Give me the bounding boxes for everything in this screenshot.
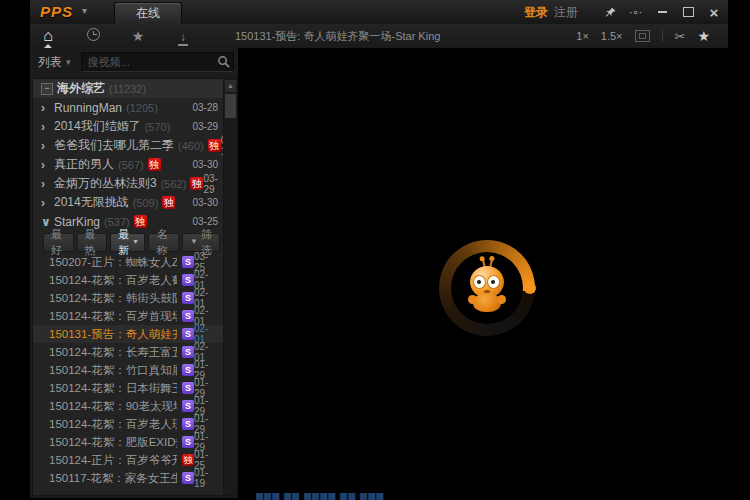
list-dropdown-label: 列表	[38, 54, 62, 71]
category-count: (570)	[145, 121, 171, 133]
loading-spinner	[439, 240, 535, 336]
title-bar: PPS ▾ 在线 登录 注册 ·▫· ×	[30, 0, 728, 25]
category-count: (1205)	[126, 102, 158, 114]
s-badge: S	[182, 274, 194, 286]
tab-online[interactable]: 在线	[114, 2, 182, 25]
category-count: (11232)	[109, 83, 146, 95]
mini-screen-icon[interactable]	[635, 30, 650, 42]
chevron-right-icon: ›	[41, 196, 54, 210]
s-badge: S	[182, 364, 194, 376]
sidebar-scrollbar[interactable]: ▲	[223, 79, 237, 495]
category-date: 03-29	[192, 121, 218, 132]
download-icon[interactable]: ↓	[173, 28, 193, 44]
close-icon[interactable]: ×	[704, 3, 724, 21]
category-count: (562)	[161, 178, 187, 190]
category-name: 爸爸我们去哪儿第二季	[54, 137, 174, 154]
s-badge: S	[182, 256, 194, 268]
search-input[interactable]	[81, 52, 234, 72]
category-row[interactable]: › 2014我们结婚了 (570) 03-29	[33, 117, 224, 136]
channel-panel: − 海外综艺 (11232) › RunningMan (1205) 03-28…	[32, 78, 238, 496]
tab-sort-best[interactable]: 最好	[43, 233, 74, 252]
login-link[interactable]: 登录	[524, 4, 548, 21]
pin-icon[interactable]	[600, 3, 620, 21]
category-row[interactable]: › RunningMan (1205) 03-28	[33, 98, 224, 117]
category-row[interactable]: › 金炳万的丛林法则3 (562) 独 03-29	[33, 174, 224, 193]
tab-sort-name[interactable]: 名称	[148, 233, 179, 252]
funnel-icon: ▼	[190, 234, 198, 250]
toolbar-divider	[662, 30, 663, 42]
chevron-right-icon: ›	[41, 158, 54, 172]
pps-logo[interactable]: PPS	[40, 3, 73, 20]
tab-filter[interactable]: ▼筛选	[182, 233, 220, 252]
category-name: 真正的男人	[54, 156, 114, 173]
register-link[interactable]: 注册	[554, 4, 578, 21]
s-badge: S	[182, 382, 194, 394]
chevron-right-icon: ›	[41, 139, 54, 153]
sidebar-header: 列表 ▾	[30, 48, 238, 76]
app-window: PPS ▾ 在线 登录 注册 ·▫· × ⌂ ★ ↓ 150131-预告: 奇人…	[0, 0, 750, 500]
exclusive-badge: 独	[190, 177, 203, 190]
exclusive-badge: 独	[148, 158, 161, 171]
collect-star-icon[interactable]: ★	[697, 28, 710, 44]
scrollbar-thumb[interactable]	[225, 94, 236, 118]
tab-online-label: 在线	[136, 6, 160, 20]
s-badge: S	[182, 346, 194, 358]
snapshot-scissors-icon[interactable]: ✂	[675, 29, 686, 44]
category-name: 金炳万的丛林法则3	[54, 175, 157, 192]
category-count: (509)	[133, 197, 159, 209]
collapse-icon[interactable]: −	[41, 83, 53, 95]
category-name: RunningMan	[54, 101, 122, 115]
video-area[interactable]: ███ ██ ████ ██ ███	[238, 48, 750, 500]
category-group-row[interactable]: − 海外综艺 (11232)	[33, 79, 224, 98]
category-date: 03-28	[192, 102, 218, 113]
sidebar: 列表 ▾ − 海外综艺 (11232) › Runni	[30, 48, 238, 498]
category-date: 03-30	[192, 159, 218, 170]
category-date: 03-29	[203, 173, 218, 195]
favorites-icon[interactable]: ★	[128, 28, 148, 44]
minimize-icon[interactable]	[652, 3, 672, 21]
search-box	[81, 52, 234, 72]
speed-1-5x-button[interactable]: 1.5×	[601, 30, 623, 42]
chevron-right-icon: ›	[41, 120, 54, 134]
maximize-icon[interactable]	[678, 3, 698, 21]
category-count: (567)	[118, 159, 144, 171]
tab-sort-newest[interactable]: 最新▾	[110, 233, 145, 252]
search-icon[interactable]	[217, 55, 230, 68]
list-dropdown[interactable]: 列表 ▾	[38, 54, 71, 71]
s-badge: S	[182, 436, 194, 448]
home-icon[interactable]: ⌂	[38, 27, 58, 45]
spinner-cap	[524, 282, 536, 294]
category-row[interactable]: › 真正的男人 (567) 独 03-30	[33, 155, 224, 174]
cutoff-text: ███ ██ ████ ██ ███	[256, 493, 384, 500]
exclusive-badge: 独	[208, 139, 221, 152]
s-badge: S	[182, 310, 194, 322]
category-name: 2014无限挑战	[54, 194, 129, 211]
exclusive-badge: 独	[182, 454, 194, 466]
category-count: (460)	[178, 140, 204, 152]
chevron-right-icon: ›	[41, 101, 54, 115]
caret-down-icon: ▾	[133, 234, 137, 250]
now-playing-title: 150131-预告: 奇人萌娃齐聚一场-Star King	[235, 29, 440, 44]
category-row[interactable]: › 2014无限挑战 (509) 独 03-30	[33, 193, 224, 212]
toolbar: ⌂ ★ ↓ 150131-预告: 奇人萌娃齐聚一场-Star King 1× 1…	[30, 24, 728, 49]
logo-menu-caret-icon[interactable]: ▾	[82, 5, 87, 16]
history-icon[interactable]	[83, 28, 103, 44]
episode-row[interactable]: 150117-花絮：家务女王生活妙... S 01-19	[33, 469, 224, 487]
exclusive-badge: 独	[162, 196, 175, 209]
tab-sort-hottest[interactable]: 最热	[77, 233, 108, 252]
s-badge: S	[182, 292, 194, 304]
scroll-up-icon[interactable]: ▲	[225, 80, 236, 92]
category-name: 海外综艺	[57, 80, 105, 97]
pin-icon-glyph	[604, 6, 617, 19]
category-name: 2014我们结婚了	[54, 118, 141, 135]
pps-mascot-icon	[465, 260, 509, 316]
category-row[interactable]: › 爸爸我们去哪儿第二季 (460) 独 01-19	[33, 136, 224, 155]
sort-tabs: 最好 最热 最新▾ 名称 ▼筛选	[33, 231, 224, 253]
category-date: 03-30	[192, 197, 218, 208]
speed-1x-button[interactable]: 1×	[576, 30, 589, 42]
s-badge: S	[182, 400, 194, 412]
boss-key-icon[interactable]: ·▫·	[626, 3, 646, 21]
s-badge: S	[182, 472, 194, 484]
chevron-down-icon: ▾	[66, 57, 71, 67]
s-badge: S	[182, 418, 194, 430]
